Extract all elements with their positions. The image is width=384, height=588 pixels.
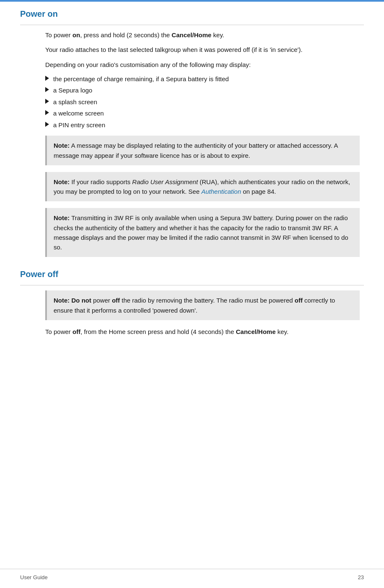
power-on-para3: Depending on your radio's customisation … [45, 60, 360, 69]
power-off-bold1: Do not [72, 297, 91, 304]
power-off-heading: Power off [20, 270, 364, 279]
list-item: a PIN entry screen [45, 121, 360, 130]
power-off-note: Note: Do not power off the radio by remo… [45, 290, 360, 320]
triangle-icon [45, 87, 49, 92]
power-off-section: Power off Note: Do not power off the rad… [20, 270, 364, 336]
list-item: a Sepura logo [45, 86, 360, 95]
note1-label: Note: [54, 142, 70, 149]
power-on-divider [20, 25, 364, 25]
note2-link-suffix: on page 84 [241, 188, 274, 195]
bullet-text: a PIN entry screen [53, 121, 105, 130]
power-off-para-bold1: off [72, 328, 80, 335]
power-on-para1: To power on, press and hold (2 seconds) … [45, 30, 360, 40]
note3-text: Transmitting in 3W RF is only available … [54, 214, 348, 251]
note2-end: . [274, 188, 276, 195]
footer-divider [0, 569, 384, 569]
power-off-mid2: the radio by removing the battery. The r… [120, 297, 294, 304]
list-item: a welcome screen [45, 109, 360, 118]
bullet-text: the percentage of charge remaining, if a… [53, 74, 229, 84]
power-off-note-label: Note: [54, 297, 70, 304]
power-off-bold2: off [112, 297, 120, 304]
note1-text: A message may be displayed relating to t… [54, 142, 338, 159]
list-item: a splash screen [45, 98, 360, 107]
authentication-link[interactable]: Authentication [201, 188, 241, 195]
note-box-2: Note: If your radio supports Radio User … [45, 172, 360, 202]
list-item: the percentage of charge remaining, if a… [45, 74, 360, 84]
power-off-para-bold2: Cancel/Home [236, 328, 276, 335]
bullet-text: a splash screen [53, 98, 97, 107]
power-off-bold3: off [295, 297, 303, 304]
bullet-text: a Sepura logo [53, 86, 92, 95]
triangle-icon [45, 99, 49, 104]
content-area: Power on To power on, press and hold (2 … [0, 2, 384, 336]
page-footer: User Guide 23 [20, 574, 364, 580]
page-container: Power on To power on, press and hold (2 … [0, 0, 384, 588]
power-off-body: Note: Do not power off the radio by remo… [20, 290, 364, 336]
power-off-mid: power [91, 297, 112, 304]
footer-page-number: 23 [358, 574, 364, 580]
power-off-para-prefix: To power [45, 328, 72, 335]
para1-suffix: , press and hold (2 seconds) the [80, 31, 171, 39]
note2-prefix: If your radio supports [70, 178, 132, 185]
power-on-para2: Your radio attaches to the last selected… [45, 45, 360, 54]
note-box-3: Note: Transmitting in 3W RF is only avai… [45, 208, 360, 257]
para1-bold2: Cancel/Home [172, 31, 211, 39]
bullet-list: the percentage of charge remaining, if a… [45, 74, 360, 130]
para1-end: key. [211, 31, 224, 39]
footer-left: User Guide [20, 574, 48, 580]
para1-bold1: on [72, 31, 80, 39]
bullet-text: a welcome screen [53, 109, 104, 118]
power-on-body: To power on, press and hold (2 seconds) … [20, 30, 364, 257]
note2-label: Note: [54, 178, 70, 185]
power-off-divider [20, 285, 364, 285]
note2-italic: Radio User Assignment [132, 178, 198, 185]
note3-label: Note: [54, 214, 70, 221]
para1-prefix: To power [45, 31, 72, 39]
power-off-para1: To power off, from the Home screen press… [45, 327, 360, 336]
triangle-icon [45, 110, 49, 115]
power-off-para-end: key. [276, 328, 289, 335]
triangle-icon [45, 76, 49, 81]
power-on-heading: Power on [20, 9, 364, 19]
power-off-para-suffix: , from the Home screen press and hold (4… [80, 328, 236, 335]
power-on-section: Power on To power on, press and hold (2 … [20, 9, 364, 257]
note-box-1: Note: A message may be displayed relatin… [45, 136, 360, 165]
triangle-icon [45, 122, 49, 127]
